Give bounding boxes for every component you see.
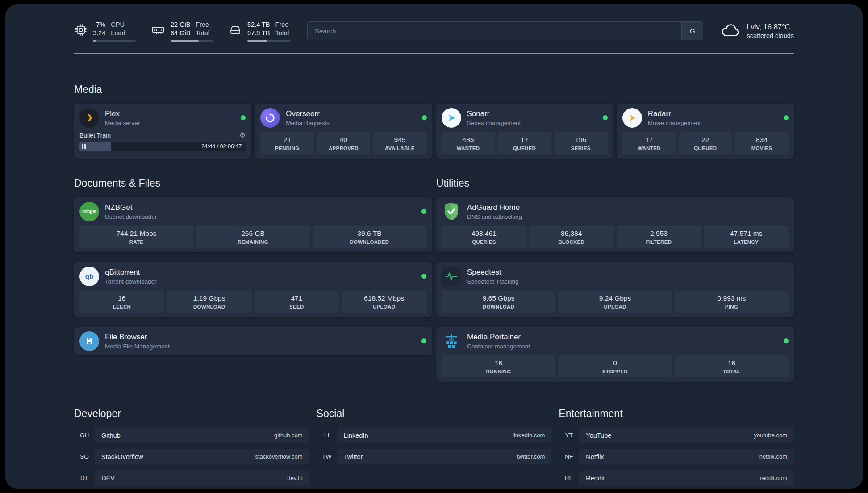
app-card-qbittorrent[interactable]: qb qBittorrent Torrent downloader 16 LEE… [74,262,432,317]
sonarr-icon [442,108,461,128]
stat-tile-upload: 9.24 Gbps UPLOAD [558,291,672,313]
status-dot-qbittorrent [421,274,426,279]
dashboard-content: 7% 3.24 CPU Load [74,4,794,486]
app-name-speedtest: Speedtest [467,268,519,277]
stat-tile-wanted: 485 WANTED [442,132,495,154]
app-card-nzbget[interactable]: nzbget NZBGet Usenet downloader 744.21 M… [74,197,432,252]
cpu-label: CPU [111,21,125,29]
app-name-overseerr: Overseerr [286,109,330,118]
disk-icon [229,23,242,38]
bookmark-github[interactable]: GH Github github.com [74,428,309,443]
status-dot-sonarr [603,115,608,120]
stat-tile-remaining: 266 GB REMAINING [196,226,310,248]
stat-tile-seed: 471 SEED [255,291,339,313]
app-name-nzbget: NZBGet [105,203,157,212]
app-card-adguard[interactable]: AdGuard Home DNS and adblocking 498,461 … [436,197,794,252]
status-dot-filebrowser [421,338,426,343]
search-input[interactable] [308,22,681,40]
section-title-utilities: Utilities [436,177,794,189]
section-title-social: Social [317,408,552,420]
stat-tile-blocked: 86,384 BLOCKED [529,226,614,248]
ram-monitor-widget: 22 GiB 64 GiB Free Total [151,21,213,42]
bookmark-reddit[interactable]: RE Reddit reddit.com [559,471,794,486]
playback-progress-bar[interactable]: 24:44 / 02:06:47 [79,142,246,151]
stat-tile-download: 1.19 Gbps DOWNLOAD [167,291,252,313]
cpu-monitor-widget: 7% 3.24 CPU Load [74,21,136,42]
stat-tile-stopped: 0 STOPPED [558,355,672,377]
disk-total-value: 97.9 TB [247,29,270,38]
app-card-filebrowser[interactable]: File Browser Media File Management [74,327,432,355]
status-dot-overseerr [422,115,427,120]
speedtest-icon [442,267,461,286]
reddit-icon: RE [559,471,579,486]
app-card-speedtest[interactable]: Speedtest Speedtest Tracking 9.65 Gbps D… [436,262,794,317]
bookmark-url: stackoverflow.com [255,453,302,460]
disk-usage-bar [247,40,290,42]
top-bar: 7% 3.24 CPU Load [74,21,794,42]
stat-tile-filtered: 2,953 FILTERED [617,226,701,248]
filebrowser-icon [79,331,99,351]
netflix-icon: NF [559,449,579,464]
stat-tile-queries: 498,461 QUERIES [442,226,526,248]
app-card-sonarr[interactable]: Sonarr Series management 485 WANTED 17 Q… [436,104,613,159]
app-card-radarr[interactable]: Radarr Movie management 17 WANTED 22 QUE… [617,104,794,159]
qbittorrent-icon: qb [79,267,99,286]
search-engine-button[interactable]: G [681,22,703,40]
ram-usage-bar [171,40,213,42]
ram-icon [151,23,165,38]
section-utilities: Utilities AdGuard Home DNS and adblockin… [436,177,794,382]
pause-icon [82,144,86,149]
disk-free-label: Free [275,21,289,29]
bookmark-label: DEV [101,475,115,482]
bookmark-dev-to[interactable]: DT DEV dev.to [74,471,309,486]
bookmark-group-social: Social LI LinkedIn linkedin.com TW Twitt… [317,408,552,464]
dashboard-window: 7% 3.24 CPU Load [5,4,863,489]
app-card-overseerr[interactable]: Overseerr Media Requests 21 PENDING 40 A… [255,104,432,159]
stat-tile-available: 945 AVAILABLE [373,132,426,154]
app-name-adguard: AdGuard Home [467,203,522,212]
app-name-radarr: Radarr [648,109,701,118]
dev-to-icon: DT [74,471,95,486]
bookmark-group-developer: Developer GH Github github.com SO StackO… [74,408,309,486]
bookmark-stackoverflow[interactable]: SO StackOverflow stackoverflow.com [74,449,309,464]
app-card-plex[interactable]: Plex Media server Bullet Train ⚙ 24:44 /… [74,104,251,159]
weather-location: Lviv, 16.87°C [747,23,794,31]
bookmark-url: github.com [274,432,303,439]
app-card-portainer[interactable]: Media Portainer Container management 16 … [436,327,794,382]
overseerr-icon [260,108,280,128]
stackoverflow-icon: SO [74,449,95,464]
stat-tile-leech: 16 LEECH [79,291,164,313]
section-title-entertainment: Entertainment [559,408,794,420]
bookmark-netflix[interactable]: NF Netflix netflix.com [559,449,794,464]
ram-free-value: 22 GiB [171,21,190,29]
bookmark-twitter[interactable]: TW Twitter twitter.com [317,449,552,464]
nzbget-icon: nzbget [79,202,99,221]
status-dot-portainer [784,338,789,343]
github-icon: GH [74,428,95,443]
stat-tile-pending: 21 PENDING [260,132,314,154]
bookmark-youtube[interactable]: YT YouTube youtube.com [559,428,794,443]
cpu-load-value: 3.24 [93,29,105,38]
app-name-plex: Plex [105,109,140,118]
bookmark-label: Netflix [586,453,604,460]
status-dot-radarr [784,115,789,120]
bookmark-linkedin[interactable]: LI LinkedIn linkedin.com [317,428,552,443]
app-name-qbittorrent: qBittorrent [105,268,157,277]
stat-tile-downloaded: 39.6 TB DOWNLOADED [313,226,426,248]
bookmark-label: Reddit [586,475,605,482]
bookmark-group-entertainment: Entertainment YT YouTube youtube.com NF … [559,408,794,486]
stat-tile-upload: 618.52 Mbps UPLOAD [342,291,426,313]
youtube-icon: YT [559,428,579,443]
stat-tile-running: 16 RUNNING [442,355,555,377]
twitter-icon: TW [317,449,337,464]
bookmark-label: Twitter [344,453,363,460]
app-name-filebrowser: File Browser [105,333,170,342]
playback-time: 24:44 / 02:06:47 [201,143,242,150]
bookmark-label: YouTube [586,432,611,439]
bookmark-label: LinkedIn [344,432,368,439]
settings-gear-icon[interactable]: ⚙ [239,132,246,139]
bookmark-url: dev.to [287,475,302,481]
cloud-icon [720,22,741,40]
pause-button[interactable] [82,144,86,149]
app-subtitle-sonarr: Series management [467,120,521,126]
